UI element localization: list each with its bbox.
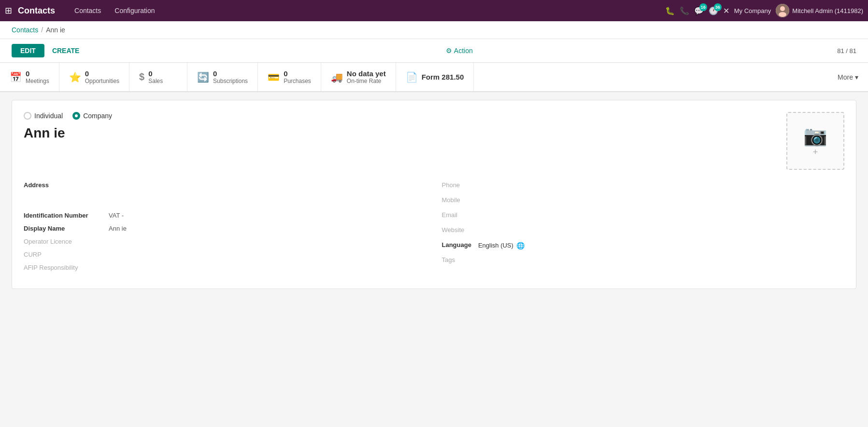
meetings-content: 0 Meetings [26, 69, 49, 84]
close-icon[interactable]: ✕ [723, 6, 729, 15]
company-name: My Company [734, 7, 771, 14]
subscriptions-content: 0 Subscriptions [213, 69, 248, 84]
sales-content: 0 Sales [148, 69, 163, 84]
activity-badge: 36 [714, 3, 722, 11]
action-button[interactable]: ⚙ Action [446, 47, 473, 55]
form-right: Phone Mobile Email Website Language Engl… [442, 181, 845, 277]
tags-field: Tags [442, 256, 845, 264]
afip-field: AFIP Responsibility [24, 264, 427, 271]
breadcrumb-parent[interactable]: Contacts [12, 26, 38, 34]
stat-meetings[interactable]: 📅 0 Meetings [0, 63, 59, 91]
opportunities-label: Opportunities [85, 78, 119, 84]
phone-label: Phone [442, 181, 845, 189]
svg-point-2 [779, 12, 786, 17]
operator-licence-field: Operator Licence [24, 238, 427, 245]
opportunities-icon: ⭐ [69, 71, 81, 83]
meetings-icon: 📅 [10, 71, 22, 83]
subscriptions-icon: 🔄 [197, 71, 209, 83]
breadcrumb: Contacts / Ann ie [0, 21, 868, 39]
chevron-down-icon: ▾ [855, 73, 858, 81]
stat-ontime-rate[interactable]: 🚚 No data yet On-time Rate [321, 63, 396, 91]
language-label: Language [442, 241, 471, 248]
breadcrumb-current: Ann ie [46, 26, 65, 34]
ontime-label: On-time Rate [347, 78, 386, 84]
photo-placeholder[interactable]: 📷 + [786, 112, 844, 170]
sales-count: 0 [148, 69, 163, 78]
ontime-content: No data yet On-time Rate [347, 69, 386, 84]
display-name-label: Display Name [24, 225, 101, 232]
stat-form[interactable]: 📄 Form 281.50 [396, 63, 474, 91]
action-label: Action [454, 47, 473, 55]
bug-icon[interactable]: 🐛 [665, 6, 675, 15]
svg-point-1 [780, 6, 785, 11]
meetings-count: 0 [26, 69, 49, 78]
stat-opportunities[interactable]: ⭐ 0 Opportunities [59, 63, 129, 91]
form-content: Form 281.50 [422, 73, 464, 81]
grid-icon[interactable]: ⊞ [5, 5, 12, 16]
user-name: Mitchell Admin (1411982) [792, 7, 863, 14]
user-menu[interactable]: Mitchell Admin (1411982) [776, 4, 863, 17]
create-button[interactable]: CREATE [50, 44, 82, 57]
individual-label: Individual [34, 112, 63, 120]
company-label: Company [83, 112, 112, 120]
purchases-count: 0 [284, 69, 311, 78]
navbar: ⊞ Contacts Contacts Configuration 🐛 📞 💬 … [0, 0, 868, 21]
email-label: Email [442, 211, 845, 219]
stat-subscriptions[interactable]: 🔄 0 Subscriptions [187, 63, 258, 91]
operator-licence-label: Operator Licence [24, 238, 101, 245]
contact-type-row: Individual Company [24, 112, 786, 120]
main-content: Individual Company Ann ie 📷 + Address [12, 100, 856, 289]
breadcrumb-separator: / [41, 26, 43, 34]
gear-icon: ⚙ [446, 47, 452, 55]
form-left: Address Identification Number VAT - Disp… [24, 181, 427, 277]
language-row: Language English (US) 🌐 [442, 241, 845, 249]
subscriptions-label: Subscriptions [213, 78, 248, 84]
stat-sales[interactable]: $ 0 Sales [129, 63, 187, 91]
purchases-label: Purchases [284, 78, 311, 84]
messages-badge: 16 [699, 3, 707, 11]
display-name-value: Ann ie [109, 225, 127, 232]
website-label: Website [442, 226, 845, 234]
contact-name: Ann ie [24, 125, 786, 141]
navbar-contacts[interactable]: Contacts [69, 4, 107, 17]
sales-icon: $ [139, 71, 144, 83]
afip-label: AFIP Responsibility [24, 264, 101, 271]
identification-number-label: Identification Number [24, 212, 101, 219]
email-field: Email [442, 211, 845, 220]
identification-section: Identification Number VAT - Display Name… [24, 212, 427, 271]
subscriptions-count: 0 [213, 69, 248, 78]
company-radio-circle [72, 112, 80, 120]
mobile-field: Mobile [442, 196, 845, 205]
navbar-configuration[interactable]: Configuration [109, 4, 160, 17]
camera-icon: 📷 [803, 124, 827, 147]
form-icon: 📄 [406, 71, 418, 83]
phone-icon[interactable]: 📞 [680, 6, 689, 15]
ontime-nodata: No data yet [347, 69, 386, 78]
address-label: Address [24, 181, 101, 189]
radio-individual[interactable]: Individual [24, 112, 63, 120]
action-center: ⚙ Action [87, 47, 831, 55]
stats-bar: 📅 0 Meetings ⭐ 0 Opportunities $ 0 Sales… [0, 63, 868, 92]
messages-icon[interactable]: 💬 16 [694, 6, 704, 15]
stat-more[interactable]: More ▾ [828, 63, 868, 91]
add-photo-icon: + [813, 147, 818, 157]
stat-purchases[interactable]: 💳 0 Purchases [258, 63, 321, 91]
app-brand: Contacts [18, 6, 55, 16]
radio-company[interactable]: Company [72, 112, 112, 120]
language-value: English (US) [478, 242, 513, 249]
curp-field: CURP [24, 251, 427, 258]
identification-number-field: Identification Number VAT - [24, 212, 427, 219]
curp-label: CURP [24, 251, 101, 258]
website-field: Website [442, 226, 845, 234]
vat-value: VAT - [109, 212, 124, 219]
edit-button[interactable]: EDIT [12, 44, 44, 57]
language-field: Language English (US) 🌐 [442, 241, 845, 249]
opportunities-content: 0 Opportunities [85, 69, 119, 84]
activity-icon[interactable]: 🕐 36 [709, 6, 718, 15]
phone-field: Phone [442, 181, 845, 190]
form-value: Form 281.50 [422, 73, 464, 81]
contact-header: Individual Company Ann ie 📷 + [24, 112, 844, 170]
purchases-content: 0 Purchases [284, 69, 311, 84]
avatar [776, 4, 789, 17]
address-field: Address [24, 181, 427, 189]
